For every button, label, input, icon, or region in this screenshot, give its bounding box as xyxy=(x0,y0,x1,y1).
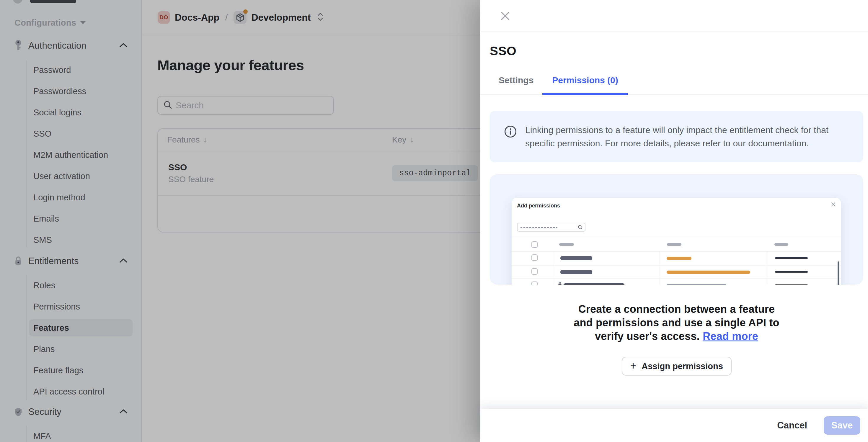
mini-scrollbar xyxy=(838,262,839,285)
placeholder-bar xyxy=(666,284,726,285)
read-more-link[interactable]: Read more xyxy=(703,330,758,342)
mini-close-icon xyxy=(831,202,836,208)
mini-column-line xyxy=(767,251,767,285)
assign-permissions-label: Assign permissions xyxy=(642,362,723,371)
drawer-tabs: Settings Permissions (0) xyxy=(480,75,868,95)
headline-line: verify user's access. Read more xyxy=(490,330,863,343)
mini-row-separator xyxy=(512,278,841,278)
feature-drawer: SSO Settings Permissions (0) Linking per… xyxy=(480,0,868,442)
mini-column-line xyxy=(659,251,660,285)
placeholder-bar xyxy=(667,243,681,246)
tab-permissions[interactable]: Permissions (0) xyxy=(542,75,628,95)
app-screen: Configurations Authentication Password P… xyxy=(0,0,868,442)
info-banner-text: Linking permissions to a feature will on… xyxy=(525,123,841,150)
plus-icon: + xyxy=(630,360,636,372)
drawer-title: SSO xyxy=(490,44,863,58)
assign-permissions-button[interactable]: + Assign permissions xyxy=(622,357,732,376)
modal-overlay[interactable] xyxy=(0,0,480,442)
mini-search-placeholder-bar xyxy=(521,227,557,228)
empty-state-headline: Create a connection between a feature an… xyxy=(490,302,863,343)
placeholder-bar xyxy=(559,243,574,246)
placeholder-bar xyxy=(564,283,624,285)
cancel-button[interactable]: Cancel xyxy=(777,420,807,431)
mini-divider xyxy=(512,237,841,237)
info-icon xyxy=(504,125,517,150)
mini-modal-title: Add permissions xyxy=(517,203,560,209)
drawer-header xyxy=(480,0,868,32)
mini-checkbox xyxy=(531,281,538,285)
info-banner: Linking permissions to a feature will on… xyxy=(490,111,863,162)
permissions-illustration: Add permissions xyxy=(490,174,863,285)
placeholder-bar xyxy=(560,270,592,274)
placeholder-bar xyxy=(666,257,691,260)
mini-search-input xyxy=(517,223,585,232)
close-icon[interactable] xyxy=(499,10,511,22)
mini-checkbox xyxy=(531,241,538,248)
headline-line: Create a connection between a feature xyxy=(490,302,863,316)
save-button[interactable]: Save xyxy=(824,416,860,435)
placeholder-bar xyxy=(560,256,592,260)
placeholder-bar xyxy=(775,257,808,259)
mini-lock-icon xyxy=(558,281,562,285)
headline-line: and permissions and use a single API to xyxy=(490,316,863,330)
mini-checkbox xyxy=(531,254,538,261)
mini-search-icon xyxy=(578,225,583,231)
headline-line-text: verify user's access. xyxy=(595,330,700,342)
tab-settings[interactable]: Settings xyxy=(499,75,533,94)
mini-column-line xyxy=(553,251,553,285)
placeholder-bar xyxy=(775,284,808,285)
mini-row-separator xyxy=(512,251,841,252)
mini-checkbox xyxy=(531,268,538,275)
placeholder-bar xyxy=(774,243,788,246)
placeholder-bar xyxy=(666,271,750,274)
drawer-footer: Cancel Save xyxy=(480,409,868,442)
drawer-content: SSO Settings Permissions (0) Linking per… xyxy=(480,44,868,376)
placeholder-bar xyxy=(775,271,808,273)
mini-row-separator xyxy=(512,265,841,266)
illustration-mini-modal: Add permissions xyxy=(512,198,841,285)
